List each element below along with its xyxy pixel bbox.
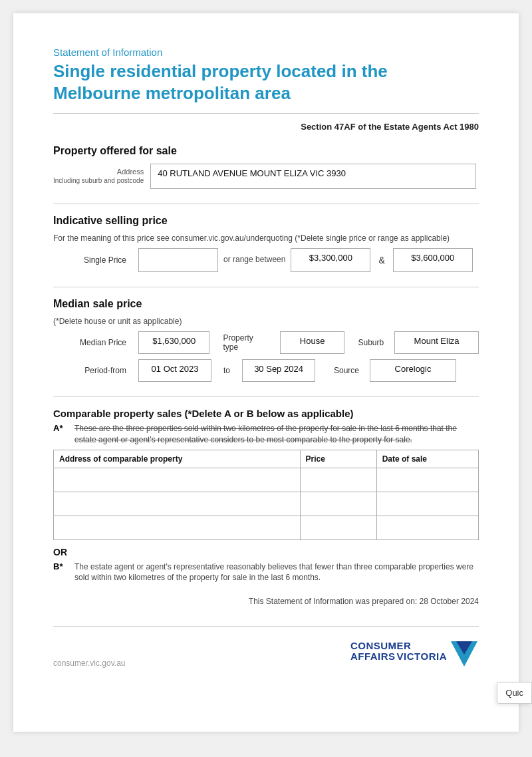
footer: consumer.vic.gov.au CONSUMER AFFAIRS VIC… (53, 626, 479, 668)
indicative-section: Indicative selling price For the meaning… (53, 215, 479, 272)
median-row-1: Median Price $1,630,000 Property type Ho… (53, 331, 479, 354)
comp-cell-price-2 (300, 516, 376, 539)
a-label: A* (53, 423, 69, 446)
comp-cell-address-2 (54, 516, 301, 539)
range-low-input[interactable]: $3,300,000 (291, 248, 370, 272)
or-label: OR (53, 547, 479, 557)
price-row: Single Price or range between $3,300,000… (53, 248, 479, 272)
quick-tab[interactable]: Quic (497, 682, 532, 704)
a-star-row: A* These are the three properties sold w… (53, 423, 479, 446)
table-row (54, 468, 479, 492)
table-row (54, 516, 479, 539)
comp-cell-date-0 (376, 468, 478, 492)
period-to-input[interactable]: 30 Sep 2024 (242, 359, 315, 382)
footer-url: consumer.vic.gov.au (53, 659, 126, 668)
or-range-text: or range between (223, 255, 285, 265)
comp-cell-address-1 (54, 492, 301, 516)
median-row-2: Period-from 01 Oct 2023 to 30 Sep 2024 S… (53, 359, 479, 382)
property-type-label: Property type (223, 333, 269, 352)
median-section: Median sale price (*Delete house or unit… (53, 298, 479, 382)
logo-name: CONSUMER AFFAIRS VICTORIA (350, 641, 447, 663)
col-header-price: Price (300, 450, 376, 468)
single-price-label: Single Price (53, 255, 126, 265)
logo-victoria: VICTORIA (397, 651, 447, 663)
source-label: Source (334, 366, 359, 375)
main-title: Single residential property located in t… (53, 61, 479, 104)
property-type-input[interactable]: House (280, 331, 345, 354)
divider-1 (53, 204, 479, 204)
logo-consumer: CONSUMER (350, 641, 412, 652)
range-high-input[interactable]: $3,600,000 (393, 248, 473, 272)
prepared-text: This Statement of Information was prepar… (53, 597, 479, 606)
col-header-date: Date of sale (376, 450, 478, 468)
comp-cell-price-0 (300, 468, 376, 492)
logo-triangle-icon (450, 635, 479, 668)
property-section: Property offered for sale Address Includ… (53, 145, 479, 189)
document-page: Statement of Information Single resident… (13, 13, 519, 732)
source-input[interactable]: Corelogic (370, 359, 456, 382)
b-star-row: B* The estate agent or agent's represent… (53, 561, 479, 584)
period-from-label: Period-from (53, 366, 126, 375)
period-from-input[interactable]: 01 Oct 2023 (138, 359, 211, 382)
address-input[interactable]: 40 RUTLAND AVENUE MOUNT ELIZA VIC 3930 (150, 164, 476, 189)
comp-cell-address-0 (54, 468, 301, 492)
b-label: B* (53, 561, 69, 584)
to-label: to (223, 366, 230, 375)
comp-cell-price-1 (300, 492, 376, 516)
divider-2 (53, 287, 479, 287)
median-heading: Median sale price (53, 298, 479, 310)
ampersand: & (376, 255, 387, 265)
comparable-heading: Comparable property sales (*Delete A or … (53, 408, 479, 419)
logo-affairs: AFFAIRS (350, 651, 396, 663)
comparable-table: Address of comparable property Price Dat… (53, 450, 479, 540)
median-price-input[interactable]: $1,630,000 (138, 331, 209, 354)
median-price-label: Median Price (53, 338, 126, 347)
divider-3 (53, 396, 479, 397)
b-text: The estate agent or agent's representati… (74, 561, 479, 584)
comp-cell-date-1 (376, 492, 478, 516)
address-field-row: Address Including suburb and postcode 40… (53, 164, 479, 189)
single-price-input[interactable] (138, 248, 218, 272)
comp-cell-date-2 (376, 516, 478, 539)
col-header-address: Address of comparable property (54, 450, 301, 468)
median-sublabel: (*Delete house or unit as applicable) (53, 317, 479, 326)
indicative-heading: Indicative selling price (53, 215, 479, 227)
footer-logo: CONSUMER AFFAIRS VICTORIA (350, 635, 479, 668)
address-label: Address Including suburb and postcode (53, 168, 144, 185)
property-heading: Property offered for sale (53, 145, 479, 157)
statement-label: Statement of Information (53, 47, 479, 58)
indicative-sublabel: For the meaning of this price see consum… (53, 233, 479, 243)
comparable-section: Comparable property sales (*Delete A or … (53, 408, 479, 583)
a-text: These are the three properties sold with… (74, 423, 479, 446)
table-row (54, 492, 479, 516)
suburb-input[interactable]: Mount Eliza (394, 331, 479, 354)
act-reference: Section 47AF of the Estate Agents Act 19… (53, 113, 479, 132)
suburb-label: Suburb (358, 338, 384, 347)
